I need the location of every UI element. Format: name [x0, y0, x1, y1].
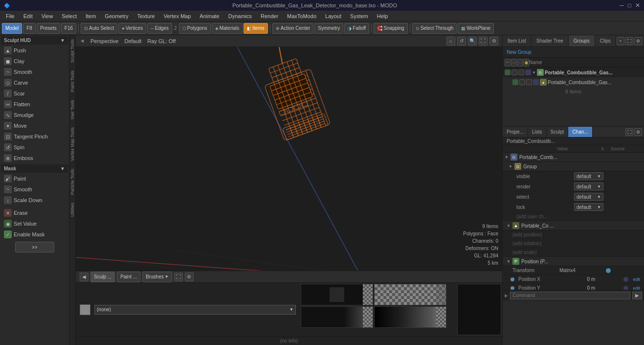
enable-mask-toggle[interactable]: ✓ Enable Mask	[1, 229, 68, 240]
bt-brushes-tab[interactable]: Brushes ▼	[142, 272, 172, 282]
mode-f8-btn[interactable]: F8	[23, 23, 36, 34]
item-render-btn[interactable]	[511, 69, 517, 75]
menu-select[interactable]: Select	[58, 12, 81, 20]
minimize-btn[interactable]: ─	[620, 2, 624, 9]
sculpt-move[interactable]: ✦ Move	[1, 120, 68, 131]
menu-render[interactable]: Render	[257, 12, 282, 20]
bt-sculpt-tab[interactable]: Sculp ...	[90, 272, 115, 282]
item-row-mesh[interactable]: ▲ Portable_Combustible_Gas...	[503, 77, 644, 87]
sculpt-spin[interactable]: ↺ Spin	[1, 142, 68, 153]
props-tab-lists[interactable]: Lists	[528, 127, 547, 137]
polygons-btn[interactable]: ⬡ Polygons	[179, 23, 211, 34]
ch-lock-dropdown[interactable]: default ▼	[574, 203, 603, 211]
viewport-search-btn[interactable]: 🔍	[468, 37, 477, 46]
sculpt-push[interactable]: ▲ Push	[1, 45, 68, 56]
ch-add-position[interactable]: (add position)	[503, 230, 644, 239]
presets-btn[interactable]: Presets	[37, 23, 60, 34]
ch-pos-x-edit[interactable]: edit	[631, 277, 640, 282]
mask-set-value[interactable]: ◉ Set Value	[1, 218, 68, 229]
menu-vertex-map[interactable]: Vertex Map	[160, 12, 195, 20]
viewport-maximize-btn[interactable]: ⛶	[479, 37, 488, 46]
vtab-vertex-map-tools[interactable]: Vertex Map Tools	[69, 123, 75, 165]
sculpt-hud-collapse[interactable]: ▼	[60, 38, 65, 43]
expand-btn[interactable]: >>	[15, 242, 54, 253]
menu-help[interactable]: Help	[373, 12, 392, 20]
mask-paint[interactable]: 🖌 Paint	[1, 173, 68, 184]
falloff-btn[interactable]: ◑ Falloff	[344, 23, 369, 34]
sculpt-scar[interactable]: / Scar	[1, 88, 68, 99]
vtab-utilities[interactable]: Utilities	[69, 199, 75, 221]
auto-select-btn[interactable]: ⊡ Auto Select	[81, 23, 117, 34]
rp-settings-btn[interactable]: ⚙	[634, 37, 642, 45]
window-controls[interactable]: ─ □ ✕	[620, 2, 640, 9]
preset-dropdown[interactable]: (none) ▼	[94, 305, 296, 315]
sculpt-emboss[interactable]: ⊕ Emboss	[1, 153, 68, 163]
workplane-btn[interactable]: ▦ WorkPlane	[458, 23, 494, 34]
menu-maxtomodo[interactable]: MaxToModo	[283, 12, 320, 20]
menu-dynamics[interactable]: Dynamics	[224, 12, 256, 20]
color-swatch[interactable]	[80, 304, 90, 315]
mesh-select-btn[interactable]	[526, 79, 532, 85]
item-select-btn[interactable]	[518, 69, 524, 75]
items-btn[interactable]: ◧ Items	[244, 23, 267, 34]
mask-collapse[interactable]: ▼	[60, 166, 65, 171]
menu-edit[interactable]: Edit	[20, 12, 37, 20]
ch-add-rotation[interactable]: (add rotation)	[503, 239, 644, 248]
sculpt-flatten[interactable]: ═ Flatten	[1, 99, 68, 110]
menu-layout[interactable]: Layout	[321, 12, 345, 20]
menu-animate[interactable]: Animate	[196, 12, 223, 20]
mesh-render-btn[interactable]	[519, 79, 525, 85]
props-expand-btn[interactable]: ⛶	[625, 128, 633, 136]
viewport-expand-left[interactable]: ◀	[80, 39, 85, 43]
select-through-btn[interactable]: ⊙ Select Through	[412, 23, 457, 34]
vtab-paint-tools[interactable]: Paint Tools	[69, 67, 75, 96]
menu-texture[interactable]: Texture	[133, 12, 159, 20]
viewport-settings-btn[interactable]: ⚙	[489, 37, 498, 46]
action-center-btn[interactable]: ⊕ Action Center	[272, 23, 314, 34]
ch-select-dropdown[interactable]: default ▼	[574, 193, 603, 201]
vertices-btn[interactable]: ● Vertices	[118, 23, 146, 34]
ch-section-portable[interactable]: ▼ G Portable_Comb...	[503, 153, 644, 162]
viewport-refresh-btn[interactable]: ↺	[457, 37, 466, 46]
symmetry-btn[interactable]: Symmetry	[314, 23, 343, 34]
rp-tab-item-list[interactable]: Item List	[503, 35, 532, 46]
mask-smooth[interactable]: ~ Smooth	[1, 184, 68, 195]
sculpt-smooth[interactable]: ~ Smooth	[1, 67, 68, 77]
new-group-btn[interactable]: New Group	[503, 47, 644, 58]
item-row-group[interactable]: ▼ G Portable_Combustible_Gas...	[503, 68, 644, 77]
3d-scene[interactable]: X Y Z 9 Items Polygons : Face	[76, 47, 502, 271]
menu-view[interactable]: View	[38, 12, 57, 20]
command-input[interactable]	[510, 292, 630, 299]
props-tab-properties[interactable]: Prope...	[503, 127, 528, 137]
vtab-sculpt-tools[interactable]: Sculpt Tools	[69, 35, 75, 67]
menu-item[interactable]: Item	[82, 12, 100, 20]
bt-paint-tab[interactable]: Paint ...	[117, 272, 140, 282]
ch-add-scale[interactable]: (add scale)	[503, 248, 644, 257]
ch-add-user[interactable]: (add user ch...	[503, 212, 644, 221]
props-tab-channels[interactable]: Chan...	[568, 127, 592, 137]
rp-tab-groups[interactable]: Groups	[569, 35, 595, 46]
menu-geometry[interactable]: Geometry	[101, 12, 132, 20]
ch-section-position[interactable]: ▼ P Position (P...	[503, 257, 644, 266]
sculpt-clay[interactable]: ◼ Clay	[1, 56, 68, 67]
tex-strip-2[interactable]	[374, 284, 446, 305]
mesh-lock-btn[interactable]	[533, 79, 539, 85]
ch-render-dropdown[interactable]: default ▼	[574, 183, 603, 190]
props-tab-sculpt[interactable]: Sculpt	[547, 127, 569, 137]
ch-visible-dropdown[interactable]: default ▼	[574, 172, 603, 180]
ch-subsection-group[interactable]: ▼ G Group	[503, 162, 644, 171]
viewport-home-btn[interactable]: ⌂	[446, 37, 455, 46]
close-btn[interactable]: ✕	[635, 2, 640, 9]
item-expand-arrow[interactable]: ▼	[532, 70, 536, 75]
bt-settings-btn[interactable]: ⚙	[185, 273, 194, 281]
gradient-1[interactable]	[301, 306, 373, 328]
bt-expand-btn[interactable]: ◀	[80, 273, 89, 281]
vtab-particle-tools[interactable]: Particle Tools	[69, 165, 75, 199]
sculpt-tangent-pinch[interactable]: ⊡ Tangent Pinch	[1, 131, 68, 142]
snapping-btn[interactable]: 🧲 Snapping	[374, 23, 407, 34]
rp-add-btn[interactable]: +	[617, 37, 624, 45]
rp-tab-shader-tree[interactable]: Shader Tree	[532, 35, 569, 46]
ch-pos-y-edit[interactable]: edit	[631, 286, 640, 290]
item-lock-btn[interactable]	[525, 69, 531, 75]
sculpt-smudge[interactable]: ∿ Smudge	[1, 110, 68, 120]
